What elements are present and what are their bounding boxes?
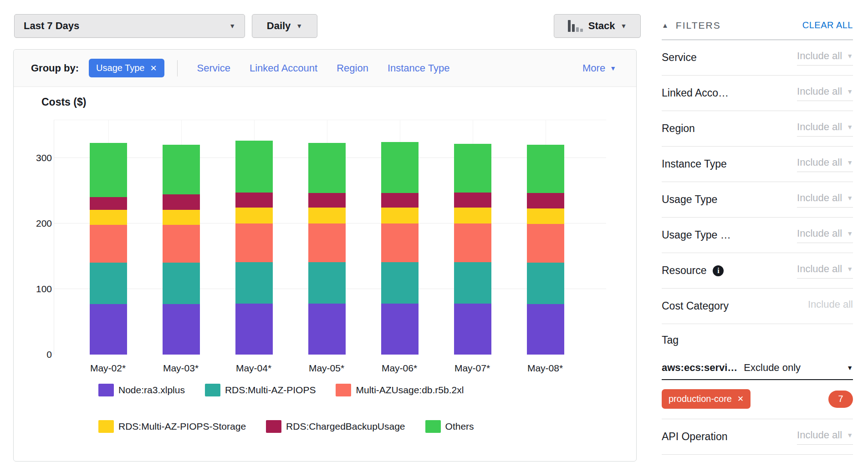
bar-segment[interactable] xyxy=(381,304,419,355)
caret-down-icon: ▼ xyxy=(847,124,853,130)
filter-row: API Operation Include all ▼ xyxy=(662,419,853,455)
bar-segment[interactable] xyxy=(381,193,419,208)
more-groups-dropdown[interactable]: More ▼ xyxy=(582,62,616,74)
bar-segment[interactable] xyxy=(235,304,273,355)
legend-label: RDS:Multi-AZ-PIOPS xyxy=(225,385,316,396)
filter-row: Cost CategoryInclude all xyxy=(662,289,853,324)
x-tick-label: May-06* xyxy=(382,363,417,374)
caret-down-icon: ▼ xyxy=(847,53,853,59)
bar-segment[interactable] xyxy=(308,208,346,223)
bar-segment[interactable] xyxy=(308,262,346,304)
clear-all-button[interactable]: CLEAR ALL xyxy=(802,20,853,30)
bar-segment[interactable] xyxy=(235,208,273,223)
close-icon[interactable]: ✕ xyxy=(150,63,157,73)
info-icon[interactable]: i xyxy=(713,265,724,276)
bar-segment[interactable] xyxy=(163,210,200,225)
bar-segment[interactable] xyxy=(527,304,564,355)
active-group-pill[interactable]: Usage Type ✕ xyxy=(89,59,164,77)
group-link-region[interactable]: Region xyxy=(337,62,368,74)
caret-down-icon: ▼ xyxy=(296,23,302,29)
filter-label: Linked Acco… xyxy=(662,87,729,99)
filter-value-dropdown[interactable]: Include all ▼ xyxy=(797,429,853,445)
group-link-linked-account[interactable]: Linked Account xyxy=(250,62,317,74)
filter-label: Resource xyxy=(662,264,706,277)
filter-value-dropdown[interactable]: Include all▼ xyxy=(797,121,853,137)
filter-value-dropdown[interactable]: Include all▼ xyxy=(797,50,853,66)
bar-segment[interactable] xyxy=(527,208,564,224)
bar-segment[interactable] xyxy=(381,142,419,193)
bar-segment[interactable] xyxy=(454,304,491,355)
caret-down-icon: ▼ xyxy=(847,88,853,95)
legend-row: RDS:Multi-AZ-PIOPS-StorageRDS:ChargedBac… xyxy=(98,420,474,433)
bar-segment[interactable] xyxy=(527,263,564,304)
caret-down-icon: ▼ xyxy=(847,230,853,237)
group-link-service[interactable]: Service xyxy=(197,62,230,74)
group-link-instance-type[interactable]: Instance Type xyxy=(388,62,450,74)
bar-segment[interactable] xyxy=(90,143,127,198)
filter-value-dropdown[interactable]: Include all▼ xyxy=(797,86,853,101)
bar-segment[interactable] xyxy=(90,210,127,225)
bar-segment[interactable] xyxy=(235,193,273,208)
bar-segment[interactable] xyxy=(527,145,564,193)
bar-segment[interactable] xyxy=(163,225,200,263)
group-by-bar: Group by: Usage Type ✕ ServiceLinked Acc… xyxy=(14,50,636,87)
stacked-bar-May-08 xyxy=(527,145,564,355)
legend-item[interactable]: RDS:Multi-AZ-PIOPS-Storage xyxy=(98,420,246,433)
date-range-dropdown[interactable]: Last 7 Days ▼ xyxy=(14,14,245,38)
legend-item[interactable]: Node:ra3.xlplus xyxy=(98,384,185,396)
legend-label: Node:ra3.xlplus xyxy=(118,385,185,396)
bar-segment[interactable] xyxy=(381,262,419,304)
legend-item[interactable]: Multi-AZUsage:db.r5b.2xl xyxy=(336,384,464,396)
filter-value: Include all xyxy=(797,192,842,204)
granularity-dropdown[interactable]: Daily ▼ xyxy=(252,14,317,38)
bar-segment[interactable] xyxy=(90,225,127,263)
bar-segment[interactable] xyxy=(163,263,200,304)
filter-value: Include all xyxy=(808,299,853,310)
bar-segment[interactable] xyxy=(90,304,127,355)
bar-segment[interactable] xyxy=(235,223,273,262)
bar-segment[interactable] xyxy=(90,197,127,209)
bar-segment[interactable] xyxy=(454,144,491,193)
bar-segment[interactable] xyxy=(308,223,346,262)
legend-item[interactable]: RDS:Multi-AZ-PIOPS xyxy=(205,384,316,396)
close-icon[interactable]: ✕ xyxy=(737,394,744,404)
filter-value-dropdown[interactable]: Include all▼ xyxy=(797,263,853,279)
bar-segment[interactable] xyxy=(381,208,419,223)
bar-segment[interactable] xyxy=(90,263,127,304)
chart-title: Costs ($) xyxy=(41,96,86,108)
bar-segment[interactable] xyxy=(308,143,346,193)
filter-value-dropdown[interactable]: Include all▼ xyxy=(797,157,853,172)
bar-segment[interactable] xyxy=(163,194,200,209)
chart-type-dropdown[interactable]: Stack ▼ xyxy=(554,14,641,38)
bar-segment[interactable] xyxy=(454,208,491,223)
legend-swatch xyxy=(336,384,351,396)
bar-segment[interactable] xyxy=(527,224,564,263)
legend-item[interactable]: Others xyxy=(425,420,474,433)
bar-segment[interactable] xyxy=(235,262,273,304)
legend-label: RDS:Multi-AZ-PIOPS-Storage xyxy=(118,421,246,432)
bar-segment[interactable] xyxy=(527,193,564,208)
bar-segment[interactable] xyxy=(381,223,419,262)
caret-down-icon: ▼ xyxy=(847,432,853,438)
caret-down-icon: ▼ xyxy=(620,23,627,29)
tag-value-pill[interactable]: production-core ✕ xyxy=(662,389,751,409)
bar-segment[interactable] xyxy=(454,223,491,262)
legend-swatch xyxy=(266,420,281,433)
bar-segment[interactable] xyxy=(454,193,491,208)
bar-segment[interactable] xyxy=(308,193,346,208)
tag-key-dropdown[interactable]: aws:ecs:servi… Exclude only ▼ xyxy=(662,362,853,380)
stacked-bar-May-05 xyxy=(308,143,346,355)
filters-collapse-toggle[interactable]: ▲ FILTERS xyxy=(662,20,721,31)
date-range-value: Last 7 Days xyxy=(24,20,79,32)
filters-header: ▲ FILTERS CLEAR ALL xyxy=(662,11,853,40)
filter-row: ResourceiInclude all▼ xyxy=(662,253,853,289)
filter-value-dropdown[interactable]: Include all▼ xyxy=(797,192,853,208)
filter-value-dropdown[interactable]: Include all▼ xyxy=(797,228,853,243)
bar-segment[interactable] xyxy=(454,262,491,304)
bar-segment[interactable] xyxy=(235,141,273,193)
filter-label: Usage Type … xyxy=(662,229,731,241)
bar-segment[interactable] xyxy=(163,145,200,195)
bar-segment[interactable] xyxy=(163,304,200,355)
bar-segment[interactable] xyxy=(308,304,346,355)
legend-item[interactable]: RDS:ChargedBackupUsage xyxy=(266,420,405,433)
